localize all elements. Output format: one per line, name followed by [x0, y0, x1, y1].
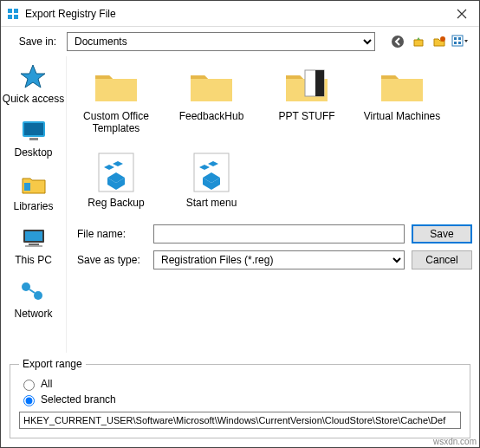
svg-rect-3 — [14, 15, 18, 19]
item-label: Virtual Machines — [364, 110, 441, 122]
watermark: wsxdn.com — [433, 437, 477, 446]
export-all-label: All — [41, 378, 52, 390]
window-title: Export Registry File — [25, 8, 444, 20]
branch-input[interactable] — [19, 412, 461, 429]
saveastype-label: Save as type: — [77, 254, 146, 266]
svg-point-5 — [440, 36, 445, 42]
export-all-radio[interactable] — [23, 380, 35, 391]
newfolder-button[interactable] — [431, 33, 448, 50]
folder-item[interactable]: Virtual Machines — [363, 65, 441, 134]
save-button[interactable]: Save — [412, 224, 472, 243]
svg-rect-18 — [25, 245, 42, 247]
svg-rect-9 — [454, 42, 457, 44]
place-libraries[interactable]: Libraries — [13, 171, 53, 212]
back-button[interactable] — [389, 33, 406, 50]
cancel-button[interactable]: Cancel — [412, 250, 472, 269]
svg-rect-6 — [452, 36, 463, 46]
reg-item[interactable]: Start menu — [172, 152, 250, 209]
folder-item[interactable]: FeedbackHub — [172, 65, 250, 134]
savein-label: Save in: — [11, 36, 62, 48]
svg-rect-1 — [14, 9, 18, 13]
folder-item[interactable]: Custom Office Templates — [77, 65, 155, 134]
place-label: Quick access — [3, 93, 64, 105]
place-label: Desktop — [14, 146, 52, 159]
place-label: Libraries — [13, 200, 53, 212]
place-label: Network — [14, 308, 52, 320]
savein-row: Save in: Documents — [1, 27, 479, 56]
svg-rect-14 — [24, 183, 30, 191]
place-quickaccess[interactable]: Quick access — [3, 63, 64, 105]
svg-rect-22 — [315, 70, 324, 96]
folder-item[interactable]: PPT STUFF — [268, 65, 346, 134]
svg-rect-13 — [29, 138, 38, 140]
item-label: PPT STUFF — [278, 110, 334, 122]
filename-input[interactable] — [153, 224, 405, 243]
item-label: Custom Office Templates — [77, 110, 155, 134]
item-label: Start menu — [186, 197, 237, 209]
place-desktop[interactable]: Desktop — [14, 117, 52, 159]
svg-rect-17 — [29, 243, 39, 245]
svg-rect-8 — [458, 37, 461, 40]
item-label: FeedbackHub — [179, 110, 244, 122]
export-selected-radio[interactable] — [23, 395, 35, 406]
saveastype-dropdown[interactable]: Registration Files (*.reg) — [153, 250, 405, 269]
svg-point-4 — [392, 36, 404, 48]
place-network[interactable]: Network — [14, 278, 52, 320]
reg-item[interactable]: Reg Backup — [77, 152, 155, 209]
svg-point-19 — [22, 282, 30, 291]
viewmenu-button[interactable] — [451, 33, 469, 50]
export-all-row[interactable]: All — [19, 377, 461, 391]
place-label: This PC — [15, 254, 52, 266]
export-selected-label: Selected branch — [41, 393, 116, 406]
item-label: Reg Backup — [88, 197, 144, 209]
up-button[interactable] — [410, 33, 427, 50]
svg-rect-10 — [458, 42, 461, 44]
titlebar: Export Registry File — [1, 1, 479, 27]
svg-rect-0 — [8, 9, 12, 13]
filename-label: File name: — [77, 228, 146, 240]
close-button[interactable] — [444, 1, 479, 27]
export-range-legend: Export range — [19, 358, 86, 370]
export-selected-row[interactable]: Selected branch — [19, 393, 461, 406]
svg-rect-16 — [25, 231, 42, 241]
app-icon — [6, 7, 20, 21]
export-range-group: Export range All Selected branch — [10, 358, 470, 438]
svg-point-20 — [34, 291, 42, 300]
svg-rect-7 — [454, 37, 457, 40]
savein-dropdown[interactable]: Documents — [67, 32, 375, 51]
svg-rect-12 — [24, 123, 43, 135]
file-list: Custom Office Templates FeedbackHub PPT … — [77, 65, 472, 209]
place-thispc[interactable]: This PC — [15, 224, 52, 266]
places-bar: Quick access Desktop Libraries This PC N… — [1, 56, 67, 353]
svg-rect-2 — [8, 15, 12, 19]
